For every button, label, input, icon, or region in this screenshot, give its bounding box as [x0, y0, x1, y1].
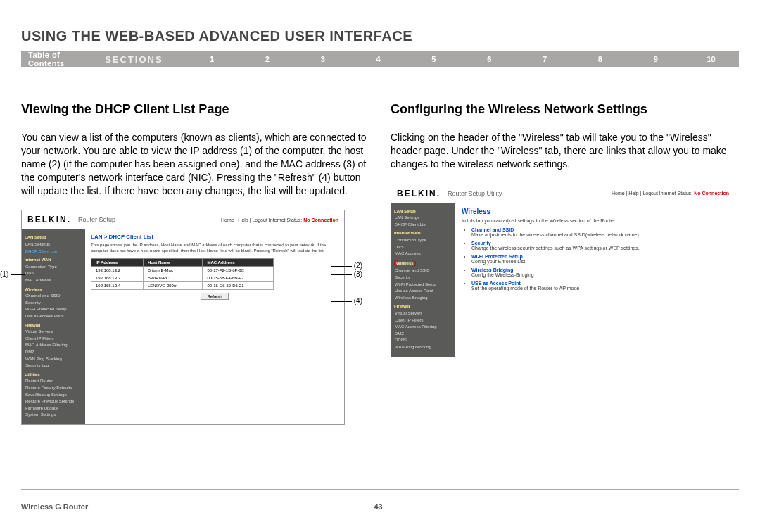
sidebar-item[interactable]: Firewall [25, 322, 82, 329]
sidebar-item[interactable]: Wi-Fi Protected Setup [394, 281, 452, 289]
sidebar-item[interactable]: Channel and SSID [25, 293, 82, 300]
sidebar-item[interactable]: System Settings [25, 412, 82, 419]
sidebar-item[interactable]: Restore Previous Settings [25, 398, 82, 405]
sidebar-item[interactable]: Connection Type [394, 237, 452, 244]
sidebar-item[interactable]: Firewall [394, 303, 452, 310]
sidebar-item[interactable]: Virtual Servers [25, 329, 82, 336]
page-number: 43 [88, 502, 669, 511]
sidebar-item[interactable]: LAN Settings [394, 215, 452, 222]
sidebar-item[interactable]: DNS [394, 244, 452, 251]
list-item: Wi-Fi Protected SetupConfig your Enrolle… [471, 254, 728, 264]
list-item: SecurityChange the wireless security set… [471, 241, 728, 251]
sidebar-item[interactable]: Security [394, 274, 452, 281]
sidebar-item[interactable]: Wi-Fi Protected Setup [25, 306, 82, 313]
sidebar-item[interactable]: LAN Setup [394, 208, 452, 215]
section-10[interactable]: 10 [683, 55, 739, 63]
sidebar-item[interactable]: LAN Settings [25, 241, 82, 248]
callout-4: (4) [331, 297, 366, 305]
wireless-link-desc: Config the Wireless-Bridging [471, 272, 728, 277]
sidebar-item[interactable]: Security [25, 300, 82, 307]
sidebar-item[interactable]: Internet WAN [394, 230, 452, 237]
sidebar-item[interactable]: DDNS [394, 337, 452, 344]
left-paragraph: You can view a list of the computers (kn… [21, 131, 369, 197]
sidebar-item[interactable]: MAC Address Filtering [25, 342, 82, 349]
sidebar-item[interactable]: DHCP Client List [25, 248, 82, 255]
sidebar-item[interactable]: Connection Type [25, 264, 82, 271]
sidebar-item[interactable]: Use as Access Point [25, 313, 82, 320]
sidebar-item[interactable]: Wireless Bridging [394, 295, 452, 302]
callout-2: (2) [331, 262, 366, 270]
wireless-screenshot: BELKIN. Router Setup Utility Home | Help… [391, 184, 735, 357]
sidebar-item[interactable]: Firmware Update [25, 405, 82, 412]
wireless-link[interactable]: Security [471, 241, 491, 246]
sidebar-item[interactable]: Restart Router [25, 378, 82, 385]
toc-link[interactable]: Table of Contents [21, 51, 105, 68]
sidebar-item[interactable]: WAN Ping Blocking [394, 344, 452, 351]
sidebar-item[interactable]: DHCP Client List [394, 222, 452, 229]
wireless-link-desc: Set the operating mode of the Router to … [471, 286, 728, 291]
section-6[interactable]: 6 [462, 55, 517, 63]
wireless-link[interactable]: Wireless Bridging [471, 267, 513, 272]
wireless-link[interactable]: USE as Access Point [471, 281, 521, 286]
wireless-link-list: Channel and SSIDMake adjustments to the … [462, 227, 728, 291]
sidebar-item[interactable]: DNS [25, 270, 82, 277]
dhcp-table: IP AddressHost NameMAC Address192.168.13… [91, 258, 274, 290]
table-row: 192.168.13.4LENOVO-250m00-16-D6-59-D6-21 [91, 282, 274, 290]
section-9[interactable]: 9 [628, 55, 683, 63]
sidebar-item[interactable]: DMZ [394, 331, 452, 338]
page-title: USING THE WEB-BASED ADVANCED USER INTERF… [21, 28, 739, 44]
section-8[interactable]: 8 [573, 55, 628, 63]
sidebar-item[interactable]: WAN Ping Blocking [25, 356, 82, 363]
callout-3: (3) [331, 270, 366, 278]
list-item: Channel and SSIDMake adjustments to the … [471, 227, 728, 237]
router-title: Router Setup [78, 216, 115, 223]
belkin-logo: BELKIN. [397, 189, 441, 198]
right-paragraph: Clicking on the header of the "Wireless"… [391, 131, 739, 171]
sidebar-item[interactable]: Wireless [394, 260, 452, 268]
list-item: USE as Access PointSet the operating mod… [471, 281, 728, 291]
section-7[interactable]: 7 [517, 55, 573, 63]
right-heading: Configuring the Wireless Network Setting… [391, 102, 739, 117]
table-header: MAC Address [203, 259, 274, 267]
section-4[interactable]: 4 [350, 55, 406, 63]
table-header: IP Address [91, 259, 144, 267]
router-top-links: Home | Help | Logout Internet Status: No… [612, 191, 729, 196]
section-nav: Table of Contents SECTIONS 12345678910 [21, 51, 739, 67]
refresh-button[interactable]: Refresh [201, 293, 229, 300]
wireless-intro: In this tab you can adjust settings to t… [462, 218, 728, 223]
footer-product: Wireless G Router [21, 502, 88, 511]
breadcrumb: LAN > DHCP Client List [91, 234, 338, 240]
sidebar-item[interactable]: Virtual Servers [394, 310, 452, 317]
sidebar-item[interactable]: LAN Setup [25, 234, 82, 241]
left-heading: Viewing the DHCP Client List Page [21, 102, 369, 117]
sidebar-item[interactable]: Utilities [25, 372, 82, 379]
wireless-header: Wireless [462, 208, 728, 215]
router-top-links: Home | Help | Logout Internet Status: No… [221, 217, 338, 222]
sidebar-item[interactable]: DMZ [25, 349, 82, 356]
section-2[interactable]: 2 [239, 55, 295, 63]
sidebar-item[interactable]: Client IP Filters [25, 336, 82, 343]
router-sidebar-left: LAN SetupLAN SettingsDHCP Client ListInt… [22, 229, 85, 424]
sidebar-item[interactable]: Save/Backup Settings [25, 392, 82, 399]
sidebar-item[interactable]: Channel and SSID [394, 267, 452, 274]
sidebar-item[interactable]: Client IP Filters [394, 317, 452, 324]
list-item: Wireless BridgingConfig the Wireless-Bri… [471, 267, 728, 277]
sidebar-item[interactable]: MAC Address [25, 277, 82, 284]
sidebar-item[interactable]: MAC Address Filtering [394, 324, 452, 331]
wireless-link-desc: Make adjustments to the wireless channel… [471, 232, 728, 237]
sidebar-item[interactable]: Wireless [25, 286, 82, 293]
wireless-link[interactable]: Wi-Fi Protected Setup [471, 254, 523, 259]
section-5[interactable]: 5 [406, 55, 462, 63]
section-1[interactable]: 1 [184, 55, 240, 63]
sidebar-item[interactable]: Use as Access Point [394, 288, 452, 295]
sidebar-item[interactable]: Internet WAN [25, 257, 82, 264]
sidebar-item[interactable]: MAC Address [394, 251, 452, 258]
sidebar-item[interactable]: Restore Factory Defaults [25, 385, 82, 392]
table-row: 192.168.13.2BritanyE-Mac00-17-F2-1B-6F-8… [91, 267, 274, 274]
wireless-link[interactable]: Channel and SSID [471, 227, 514, 232]
wireless-link-desc: Config your Enrollee List [471, 259, 728, 264]
router-sidebar-right: LAN SetupLAN SettingsDHCP Client ListInt… [391, 203, 455, 357]
sidebar-item[interactable]: Security Log [25, 362, 82, 369]
section-3[interactable]: 3 [295, 55, 350, 63]
table-header: Host Name [143, 259, 203, 267]
